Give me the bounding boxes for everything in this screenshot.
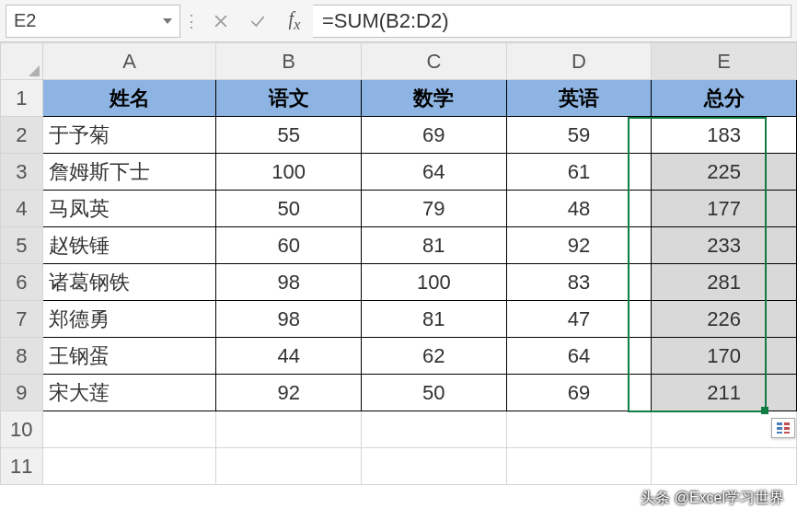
- cell-chinese[interactable]: 55: [216, 117, 362, 154]
- formula-input[interactable]: =SUM(B2:D2): [313, 5, 791, 38]
- cell-total[interactable]: 183: [652, 117, 797, 154]
- column-header-row: A B C D E: [1, 43, 797, 80]
- cell-name[interactable]: 于予菊: [42, 117, 216, 154]
- separator: ⋮: [180, 11, 202, 31]
- x-icon: [212, 12, 230, 30]
- cell-name[interactable]: 马凤英: [42, 191, 216, 227]
- cell-total[interactable]: 177: [652, 191, 797, 227]
- cell-math[interactable]: 62: [362, 338, 507, 375]
- row-header-5[interactable]: 5: [1, 227, 43, 264]
- cell-name[interactable]: 诸葛钢铁: [42, 264, 216, 301]
- col-header-D[interactable]: D: [506, 43, 652, 80]
- quick-analysis-icon[interactable]: [771, 418, 795, 438]
- name-box[interactable]: E2: [6, 5, 180, 38]
- cell-total[interactable]: 225: [652, 154, 797, 191]
- header-math[interactable]: 数学: [362, 80, 507, 117]
- cell-english[interactable]: 64: [506, 338, 652, 375]
- cell-math[interactable]: 81: [362, 227, 507, 264]
- cell-name[interactable]: 王钢蛋: [42, 338, 216, 375]
- table-row: 2 于予菊 55 69 59 183: [1, 117, 797, 154]
- empty-cell[interactable]: [216, 448, 362, 485]
- select-all-corner[interactable]: [1, 43, 43, 80]
- table-row: 3 詹姆斯下士 100 64 61 225: [1, 154, 797, 191]
- row-header-10[interactable]: 10: [1, 411, 43, 448]
- header-chinese[interactable]: 语文: [216, 80, 362, 117]
- cell-total[interactable]: 170: [652, 338, 797, 375]
- row-header-11[interactable]: 11: [1, 448, 43, 485]
- cell-math[interactable]: 79: [362, 191, 507, 227]
- cell-chinese[interactable]: 60: [216, 227, 362, 264]
- row-header-7[interactable]: 7: [1, 301, 43, 338]
- cell-chinese[interactable]: 50: [216, 191, 362, 227]
- cell-english[interactable]: 48: [506, 191, 652, 227]
- cell-reference: E2: [14, 10, 36, 31]
- empty-cell[interactable]: [652, 448, 797, 485]
- cell-total[interactable]: 281: [652, 264, 797, 301]
- cell-chinese[interactable]: 44: [216, 338, 362, 375]
- empty-cell[interactable]: [506, 448, 652, 485]
- col-header-A[interactable]: A: [42, 43, 216, 80]
- cell-math[interactable]: 69: [362, 117, 507, 154]
- formula-bar: E2 ⋮ fx =SUM(B2:D2): [0, 0, 797, 42]
- cell-english[interactable]: 47: [506, 301, 652, 338]
- cell-chinese[interactable]: 92: [216, 375, 362, 411]
- header-total[interactable]: 总分: [652, 80, 797, 117]
- row-header-3[interactable]: 3: [1, 154, 43, 191]
- col-header-B[interactable]: B: [216, 43, 362, 80]
- row-header-6[interactable]: 6: [1, 264, 43, 301]
- table-row: 9 宋大莲 92 50 69 211: [1, 375, 797, 411]
- table-row: 5 赵铁锤 60 81 92 233: [1, 227, 797, 264]
- cell-english[interactable]: 61: [506, 154, 652, 191]
- row-header-8[interactable]: 8: [1, 338, 43, 375]
- cell-math[interactable]: 64: [362, 154, 507, 191]
- col-header-E[interactable]: E: [652, 43, 797, 80]
- empty-row: 11: [1, 448, 797, 485]
- quick-analysis-glyph: [777, 422, 790, 434]
- row-header-9[interactable]: 9: [1, 375, 43, 411]
- cell-math[interactable]: 100: [362, 264, 507, 301]
- cell-english[interactable]: 92: [506, 227, 652, 264]
- name-box-dropdown-icon[interactable]: [163, 18, 172, 24]
- cell-chinese[interactable]: 100: [216, 154, 362, 191]
- empty-cell[interactable]: [216, 411, 362, 448]
- table-row: 6 诸葛钢铁 98 100 83 281: [1, 264, 797, 301]
- table-row: 4 马凤英 50 79 48 177: [1, 191, 797, 227]
- watermark-text: 头条 @Excel学习世界: [641, 489, 784, 508]
- col-header-C[interactable]: C: [362, 43, 507, 80]
- cell-name[interactable]: 詹姆斯下士: [42, 154, 216, 191]
- cell-name[interactable]: 赵铁锤: [42, 227, 216, 264]
- cell-english[interactable]: 83: [506, 264, 652, 301]
- formula-text: =SUM(B2:D2): [322, 9, 449, 33]
- cell-math[interactable]: 50: [362, 375, 507, 411]
- empty-cell[interactable]: [362, 448, 507, 485]
- empty-row: 10: [1, 411, 797, 448]
- fx-icon: fx: [289, 8, 301, 34]
- empty-cell[interactable]: [42, 411, 216, 448]
- cancel-button[interactable]: [202, 5, 239, 38]
- cell-total[interactable]: 233: [652, 227, 797, 264]
- empty-cell[interactable]: [42, 448, 216, 485]
- fx-button[interactable]: fx: [276, 5, 313, 38]
- check-icon: [248, 12, 267, 30]
- spreadsheet-grid[interactable]: A B C D E 1 姓名 语文 数学 英语 总分 2 于予菊 55 69 5…: [0, 42, 797, 485]
- row-header-4[interactable]: 4: [1, 191, 43, 227]
- row-header-1[interactable]: 1: [1, 80, 43, 117]
- cell-total[interactable]: 211: [652, 375, 797, 411]
- cell-name[interactable]: 郑德勇: [42, 301, 216, 338]
- row-header-2[interactable]: 2: [1, 117, 43, 154]
- empty-cell[interactable]: [362, 411, 507, 448]
- empty-cell[interactable]: [506, 411, 652, 448]
- cell-english[interactable]: 59: [506, 117, 652, 154]
- table-row: 7 郑德勇 98 81 47 226: [1, 301, 797, 338]
- data-header-row: 1 姓名 语文 数学 英语 总分: [1, 80, 797, 117]
- header-english[interactable]: 英语: [506, 80, 652, 117]
- header-name[interactable]: 姓名: [42, 80, 216, 117]
- cell-math[interactable]: 81: [362, 301, 507, 338]
- cell-english[interactable]: 69: [506, 375, 652, 411]
- table-row: 8 王钢蛋 44 62 64 170: [1, 338, 797, 375]
- cell-chinese[interactable]: 98: [216, 301, 362, 338]
- confirm-button[interactable]: [239, 5, 276, 38]
- cell-name[interactable]: 宋大莲: [42, 375, 216, 411]
- cell-chinese[interactable]: 98: [216, 264, 362, 301]
- cell-total[interactable]: 226: [652, 301, 797, 338]
